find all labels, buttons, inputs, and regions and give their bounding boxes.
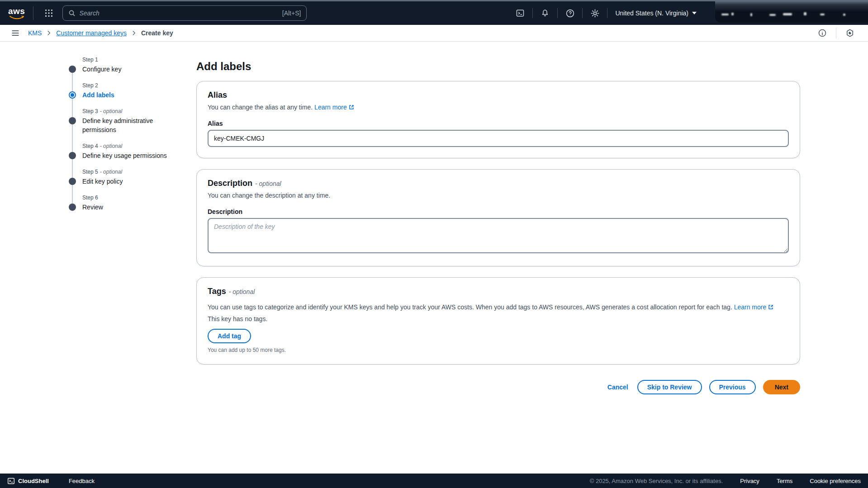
divider — [33, 6, 33, 20]
cloudshell-icon — [7, 477, 15, 485]
breadcrumb-kms[interactable]: KMS — [28, 29, 42, 37]
description-textarea[interactable] — [208, 218, 789, 253]
step-link-review[interactable]: Review — [82, 203, 103, 212]
description-card: Description- optional You can change the… — [196, 169, 800, 266]
account-menu-redacted[interactable] — [715, 1, 868, 23]
step-dot — [69, 66, 76, 73]
learn-more-label: Learn more — [734, 303, 767, 311]
settings-gear-icon[interactable] — [586, 5, 604, 21]
page-content: Step 1 Configure key Step 2 Add labels S… — [0, 42, 868, 474]
step-dot — [69, 152, 76, 159]
window-top-edge — [0, 0, 868, 1]
no-tags-message: This key has no tags. — [208, 315, 789, 322]
step-link-define-key-usage-permissions[interactable]: Define key usage permissions — [82, 151, 167, 160]
top-navigation-bar: aws [Alt+S] — [0, 1, 868, 25]
optional-suffix: - optional — [229, 288, 255, 295]
tags-card-title: Tags- optional — [208, 287, 789, 296]
privacy-link[interactable]: Privacy — [740, 478, 759, 484]
region-label: United States (N. Virginia) — [615, 9, 688, 17]
region-selector[interactable]: United States (N. Virginia) — [611, 9, 701, 17]
learn-more-label: Learn more — [314, 104, 347, 111]
copyright-text: © 2025, Amazon Web Services, Inc. or its… — [590, 478, 723, 484]
info-panel-icon[interactable] — [813, 25, 831, 41]
page-title: Add labels — [196, 60, 800, 73]
cloudshell-icon[interactable] — [511, 5, 529, 21]
step-link-define-key-administrative-permissions[interactable]: Define key administrative permissions — [82, 116, 169, 134]
tags-learn-more-link[interactable]: Learn more — [734, 303, 774, 311]
aws-logo[interactable]: aws — [8, 7, 25, 19]
amazon-q-icon[interactable] — [841, 25, 859, 41]
aws-smile-icon — [9, 15, 24, 19]
step-optional-suffix: - optional — [100, 143, 122, 149]
step-number: Step 4 — [82, 143, 98, 149]
tags-card-description: You can use tags to categorize and ident… — [208, 303, 789, 312]
alias-learn-more-link[interactable]: Learn more — [314, 104, 355, 111]
search-input[interactable] — [79, 9, 278, 17]
step-dot — [69, 178, 76, 185]
hamburger-menu-icon[interactable] — [9, 27, 22, 39]
aws-logo-text: aws — [8, 7, 25, 15]
divider — [836, 28, 836, 38]
wizard-main: Add labels Alias You can change the alia… — [196, 60, 800, 394]
tags-card: Tags- optional You can use tags to categ… — [196, 277, 800, 365]
previous-button[interactable]: Previous — [709, 380, 756, 394]
skip-to-review-button[interactable]: Skip to Review — [637, 380, 702, 394]
alias-card-description: You can change the alias at any time. Le… — [208, 103, 789, 112]
alias-input[interactable] — [208, 130, 789, 147]
wizard-actions: Cancel Skip to Review Previous Next — [196, 380, 800, 394]
step-number: Step 3 — [82, 108, 98, 114]
step-link-configure-key[interactable]: Configure key — [82, 65, 121, 74]
wizard-steps-nav: Step 1 Configure key Step 2 Add labels S… — [69, 57, 182, 220]
cancel-button[interactable]: Cancel — [606, 381, 630, 393]
description-card-title: Description- optional — [208, 179, 789, 188]
external-link-icon — [768, 304, 774, 310]
step-item-5: Step 5- optional Edit key policy — [69, 169, 182, 186]
step-optional-suffix: - optional — [100, 108, 122, 114]
step-number: Step 5 — [82, 169, 98, 175]
divider — [557, 8, 558, 18]
breadcrumb-customer-managed-keys[interactable]: Customer managed keys — [56, 29, 127, 37]
tags-title-text: Tags — [208, 287, 226, 296]
app-grid-icon[interactable] — [40, 5, 58, 21]
step-dot-active — [69, 91, 76, 99]
description-field-label: Description — [208, 208, 789, 215]
step-dot — [69, 117, 76, 124]
alias-card: Alias You can change the alias at any ti… — [196, 81, 800, 158]
step-item-4: Step 4- optional Define key usage permis… — [69, 143, 182, 160]
step-number: Step 2 — [82, 82, 98, 89]
step-item-3: Step 3- optional Define key administrati… — [69, 108, 182, 134]
description-title-text: Description — [208, 179, 252, 188]
alias-card-description-text: You can change the alias at any time. — [208, 104, 313, 111]
tags-limit-hint: You can add up to 50 more tags. — [208, 347, 789, 353]
next-button[interactable]: Next — [763, 380, 800, 394]
notifications-bell-icon[interactable] — [536, 5, 554, 21]
breadcrumb-current: Create key — [141, 29, 173, 37]
search-shortcut-hint: [Alt+S] — [282, 9, 301, 17]
cloudshell-label: CloudShell — [18, 478, 49, 484]
breadcrumb: KMS Customer managed keys Create key — [28, 29, 173, 37]
optional-suffix: - optional — [255, 180, 281, 187]
divider — [607, 8, 607, 18]
tags-description-text: You can use tags to categorize and ident… — [208, 303, 732, 311]
step-item-2: Step 2 Add labels — [69, 82, 182, 99]
external-link-icon — [348, 104, 355, 110]
step-dot — [69, 204, 76, 211]
alias-field-label: Alias — [208, 120, 789, 127]
help-icon[interactable] — [561, 5, 579, 21]
description-card-description: You can change the description at any ti… — [208, 191, 789, 200]
terms-link[interactable]: Terms — [777, 478, 792, 484]
cloudshell-footer-button[interactable]: CloudShell — [7, 477, 49, 485]
step-link-edit-key-policy[interactable]: Edit key policy — [82, 177, 123, 186]
step-item-6: Step 6 Review — [69, 194, 182, 212]
feedback-button[interactable]: Feedback — [69, 478, 95, 484]
divider — [532, 8, 533, 18]
chevron-right-icon — [131, 30, 137, 36]
step-number: Step 1 — [82, 57, 98, 63]
breadcrumb-bar: KMS Customer managed keys Create key — [0, 25, 868, 42]
alias-card-title: Alias — [208, 90, 789, 100]
step-link-add-labels[interactable]: Add labels — [82, 90, 114, 99]
global-search[interactable]: [Alt+S] — [62, 5, 307, 21]
chevron-right-icon — [46, 30, 52, 36]
add-tag-button[interactable]: Add tag — [208, 329, 251, 343]
cookie-preferences-link[interactable]: Cookie preferences — [810, 478, 861, 484]
